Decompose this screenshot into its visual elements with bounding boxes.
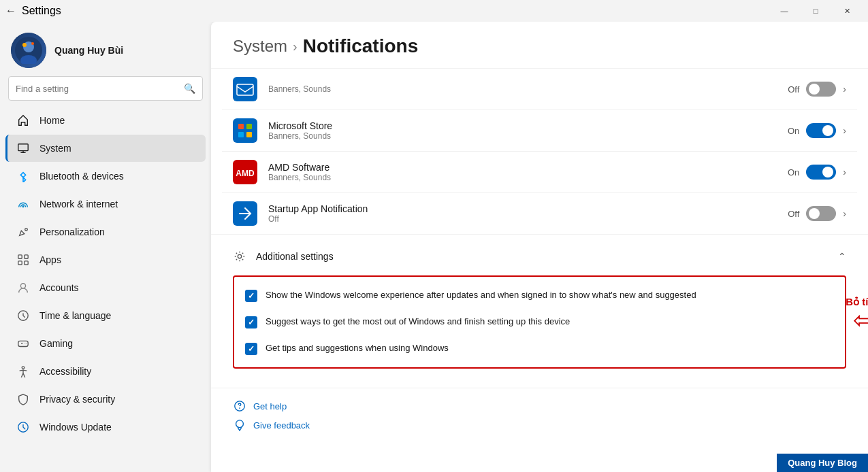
breadcrumb-parent: System: [233, 37, 287, 56]
notif-controls-2: On ›: [788, 165, 846, 180]
sidebar-item-accounts[interactable]: Accounts: [5, 274, 206, 301]
checkbox-label-1: Suggest ways to get the most out of Wind…: [266, 316, 570, 328]
accounts-icon: [16, 281, 30, 294]
app-icon-1: [233, 118, 257, 143]
svg-point-26: [238, 254, 241, 258]
app-sub-1: Banners, Sounds: [268, 131, 777, 141]
checkbox-2[interactable]: ✓: [245, 343, 257, 355]
annotation-arrow: ⇦: [853, 308, 868, 333]
toggle-0[interactable]: [806, 82, 836, 97]
checkbox-item-1: ✓ Suggest ways to get the most out of Wi…: [234, 309, 845, 335]
breadcrumb-current: Notifications: [303, 35, 419, 57]
app-notification-item: Startup App Notification Off Off ›: [222, 193, 857, 234]
svg-point-3: [22, 43, 27, 47]
search-input[interactable]: [16, 84, 178, 94]
content-area: System › Notifications Banners, Sounds O…: [211, 22, 868, 472]
checkbox-item-0: ✓ Show the Windows welcome experience af…: [234, 282, 845, 309]
content-header: System › Notifications: [211, 22, 868, 69]
chevron-right-icon-2[interactable]: ›: [843, 167, 846, 178]
toggle-track-0[interactable]: [806, 82, 836, 97]
notif-controls-0: Off ›: [788, 82, 846, 97]
chevron-right-icon-3[interactable]: ›: [843, 208, 846, 219]
section-header-left: Additional settings: [233, 250, 334, 263]
annotation: Bỏ tích ⇦: [846, 296, 868, 333]
minimize-button[interactable]: —: [769, 0, 800, 22]
give-feedback-link[interactable]: Give feedback: [233, 418, 846, 432]
sidebar-label-time: Time & language: [39, 310, 111, 321]
svg-rect-9: [18, 261, 22, 265]
checkbox-1[interactable]: ✓: [245, 316, 257, 328]
sidebar-label-accessibility: Accessibility: [39, 366, 91, 377]
sidebar-item-personalization[interactable]: Personalization: [5, 218, 206, 246]
app-notification-item: Microsoft Store Banners, Sounds On ›: [222, 110, 857, 152]
sidebar-item-system[interactable]: System: [5, 135, 206, 162]
toggle-1[interactable]: [806, 123, 836, 138]
checkbox-label-0: Show the Windows welcome experience afte…: [266, 289, 696, 301]
sidebar-label-accounts: Accounts: [39, 282, 79, 293]
brand-bar: Quang Huy Blog: [777, 454, 868, 472]
additional-settings-header[interactable]: Additional settings ⌃: [233, 243, 846, 270]
chevron-right-icon-0[interactable]: ›: [843, 84, 846, 95]
get-help-link[interactable]: Get help: [233, 399, 846, 413]
sidebar-item-gaming[interactable]: Gaming: [5, 330, 206, 357]
get-help-icon: [233, 399, 246, 413]
sidebar-item-apps[interactable]: Apps: [5, 246, 206, 273]
system-icon: [16, 141, 30, 155]
svg-point-11: [20, 284, 25, 288]
toggle-track-1[interactable]: [806, 123, 836, 138]
get-help-text: Get help: [253, 401, 287, 411]
toggle-thumb-1: [822, 125, 833, 136]
home-icon: [16, 114, 30, 127]
app-icon-3: [233, 201, 257, 226]
toggle-label-2: On: [788, 167, 799, 178]
sidebar-item-network[interactable]: Network & internet: [5, 190, 206, 218]
toggle-thumb-3: [809, 208, 820, 219]
footer-links: Get help Give feedback: [211, 388, 868, 443]
gaming-icon: [16, 337, 30, 350]
toggle-2[interactable]: [806, 165, 836, 180]
sidebar-label-personalization: Personalization: [39, 226, 105, 237]
checkbox-0[interactable]: ✓: [245, 290, 257, 302]
sidebar-label-gaming: Gaming: [39, 338, 73, 349]
app-icon-2: AMD: [233, 160, 257, 184]
sidebar-label-apps: Apps: [39, 254, 61, 265]
checkbox-container: ✓ Show the Windows welcome experience af…: [233, 275, 846, 369]
additional-settings-section: Additional settings ⌃ ✓ Show the Windows…: [211, 234, 868, 382]
toggle-track-3[interactable]: [806, 206, 836, 221]
search-box[interactable]: 🔍: [8, 76, 203, 101]
sidebar-item-home[interactable]: Home: [5, 107, 206, 134]
chevron-right-icon-1[interactable]: ›: [843, 125, 846, 136]
accessibility-icon: [16, 365, 30, 378]
sidebar-item-time[interactable]: Time & language: [5, 302, 206, 329]
sidebar-item-accessibility[interactable]: Accessibility: [5, 358, 206, 385]
notif-controls-1: On ›: [788, 123, 846, 138]
time-icon: [16, 309, 30, 322]
sidebar-label-system: System: [39, 143, 71, 154]
sidebar-label-privacy: Privacy & security: [39, 394, 115, 405]
svg-rect-19: [238, 124, 244, 129]
sidebar-item-bluetooth[interactable]: Bluetooth & devices: [5, 163, 206, 190]
privacy-icon: [16, 392, 30, 406]
back-icon[interactable]: ←: [5, 5, 16, 17]
maximize-button[interactable]: □: [800, 0, 831, 22]
app-name-3: Startup App Notification: [268, 203, 777, 214]
personalization-icon: [16, 225, 30, 239]
brand-label: Quang Huy Blog: [788, 458, 857, 468]
close-button[interactable]: ✕: [831, 0, 863, 22]
sidebar-item-windows_update[interactable]: Windows Update: [5, 414, 206, 441]
app-sub-3: Off: [268, 214, 777, 224]
app-container: Quang Huy Bùi 🔍 Home System Bluetooth & …: [0, 22, 868, 472]
nav-container: Home System Bluetooth & devices Network …: [0, 106, 211, 441]
checkbox-section: ✓ Show the Windows welcome experience af…: [233, 275, 846, 369]
toggle-3[interactable]: [806, 206, 836, 221]
sidebar-label-home: Home: [39, 115, 65, 126]
apps-icon: [16, 253, 30, 267]
sidebar-label-network: Network & internet: [39, 199, 118, 209]
toggle-track-2[interactable]: [806, 165, 836, 180]
network-icon: [16, 197, 30, 211]
app-name-2: AMD Software: [268, 162, 777, 173]
search-icon: 🔍: [184, 83, 195, 94]
sidebar-item-privacy[interactable]: Privacy & security: [5, 386, 206, 413]
toggle-thumb-0: [809, 84, 820, 95]
titlebar-title: Settings: [22, 5, 61, 17]
